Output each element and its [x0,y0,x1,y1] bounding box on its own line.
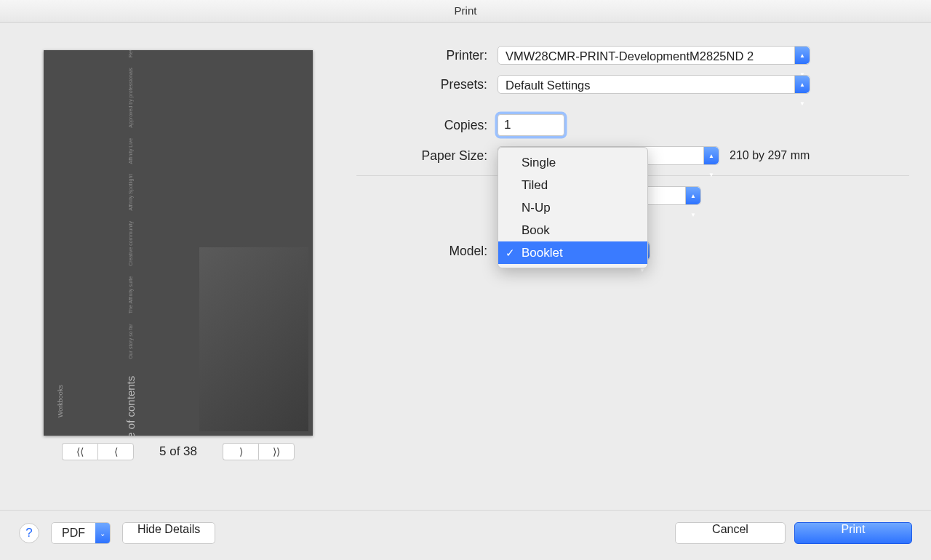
updown-icon: ▲▼ [794,76,810,93]
window-title: Print [0,0,931,23]
help-button[interactable]: ? [19,523,39,543]
printer-label: Printer: [356,48,498,63]
model-option-tiled[interactable]: Tiled [498,174,647,196]
hide-details-button[interactable]: Hide Details [122,522,215,544]
prev-page-button[interactable]: ⟨ [97,443,134,460]
presets-select[interactable]: Default Settings ▲▼ [498,75,810,94]
updown-icon: ▲▼ [794,47,810,64]
presets-label: Presets: [356,77,498,92]
copies-input[interactable] [498,114,564,136]
model-label: Model: [356,244,498,259]
printer-select[interactable]: VMW28CMR-PRINT-DevelopmentM2825ND 2 ▲▼ [498,46,810,65]
updown-icon: ▲▼ [703,147,719,164]
paper-dimensions: 210 by 297 mm [730,149,810,162]
copies-label: Copies: [356,118,498,133]
model-option-book[interactable]: Book [498,219,647,241]
preview-image [199,247,308,431]
paper-size-label: Paper Size: [356,148,498,164]
cancel-button[interactable]: Cancel [675,522,786,544]
chevron-down-icon: ⌄ [95,523,110,543]
pdf-menu-button[interactable]: PDF ⌄ [51,522,111,544]
model-option-booklet[interactable]: Booklet [498,241,647,264]
next-page-button[interactable]: ⟩ [223,443,258,460]
last-page-button[interactable]: ⟩⟩ [258,443,295,460]
print-button[interactable]: Print [794,522,912,544]
preview-side-label: Workbooks [57,385,64,417]
model-dropdown[interactable]: Single Tiled N-Up Book Booklet [498,147,648,268]
print-preview: Table of contents Our story so far The A… [44,50,313,436]
page-indicator: 5 of 38 [138,444,218,459]
first-page-button[interactable]: ⟨⟨ [62,443,97,460]
model-option-nup[interactable]: N-Up [498,196,647,219]
updown-icon: ▲▼ [685,187,700,204]
model-option-single[interactable]: Single [498,151,647,174]
